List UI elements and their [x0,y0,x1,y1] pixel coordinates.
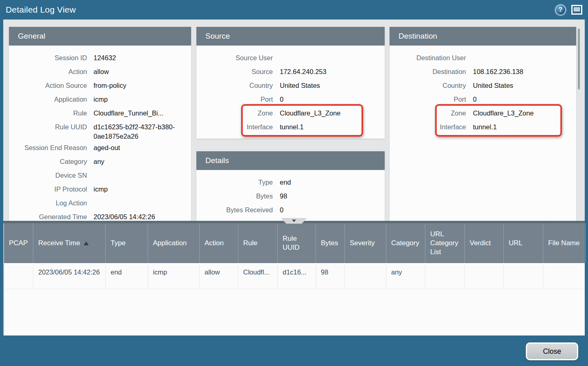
column-header-file-name[interactable]: File Name [543,223,586,263]
column-header-url-category-list[interactable]: URL Category List [425,223,465,263]
panel-table-splitter[interactable] [3,221,585,223]
field-value: icmp [94,185,191,194]
log-cell-bytes: 98 [316,264,345,289]
field-label: Device SN [9,171,94,180]
field-value: 98 [280,192,385,201]
sort-ascending-icon [84,242,89,245]
log-cell-url [504,264,543,289]
field-label: Session ID [9,53,94,63]
detailed-log-view-dialog: { "window": { "title": "Detailed Log Vie… [0,0,588,366]
field-row-ip-protocol: IP Protocolicmp [9,183,191,196]
field-value: tunnel.1 [280,122,385,132]
field-value: from-policy [94,81,191,90]
field-value: 0 [473,95,576,104]
field-label: Source User [196,53,280,63]
field-value: icmp [94,95,191,104]
window-popout-icon[interactable] [571,5,582,15]
field-label: Bytes [196,192,280,201]
field-label: Bytes Received [196,205,280,215]
field-row-source-user: Source User [196,51,385,65]
field-row-port: Port0 [390,93,576,107]
column-header-verdict[interactable]: Verdict [465,223,504,263]
field-row-country: CountryUnited States [390,79,576,93]
column-header-pcap[interactable]: PCAP [4,223,33,263]
general-panel-header: General [9,27,191,46]
destination-panel-header: Destination [390,27,576,46]
log-cell-file-name [543,264,585,289]
field-value: d1c16235-b2f2-4327-b380-0ae1875e2a26 [94,122,191,141]
field-value: allow [94,67,191,76]
field-value: United States [473,81,576,90]
log-table-header-row: PCAPReceive TimeTypeApplicationActionRul… [3,223,585,263]
column-header-label: URL Category List [430,230,460,257]
field-label: Generated Time [9,212,94,221]
field-row-device-sn: Device SN [9,169,191,183]
column-header-label: URL [509,239,523,248]
source-panel-header: Source [196,27,385,46]
field-row-bytes-received: Bytes Received0 [196,203,385,217]
field-label: Log Action [9,198,94,208]
field-row-destination-user: Destination User [390,51,576,65]
log-cell-receive-time: 2023/06/05 14:42:26 [33,264,106,289]
column-header-url[interactable]: URL [504,223,543,263]
field-row-zone: ZoneCloudflare_L3_Zone [196,107,385,120]
field-row-zone: ZoneCloudflare_L3_Zone [390,107,576,120]
column-header-rule-uuid[interactable]: Rule UUID [278,223,316,263]
column-header-severity[interactable]: Severity [345,223,386,263]
column-header-application[interactable]: Application [148,223,200,263]
field-value: any [94,157,191,166]
field-label: Destination [390,67,473,76]
field-row-bytes: Bytes98 [196,190,385,203]
column-header-label: Application [153,239,187,248]
column-header-label: Rule UUID [283,234,311,252]
panels-scrollbar-thumb[interactable] [578,28,580,89]
log-cell-verdict [465,264,504,289]
details-panel-body: TypeendBytes98Bytes Received0 [196,170,385,221]
column-header-receive-time[interactable]: Receive Time [33,223,106,263]
field-label: Port [390,95,473,104]
field-value: Cloudflare_L3_Zone [473,109,576,118]
field-label: Rule [9,109,94,118]
field-row-type: Typeend [196,176,385,190]
column-header-action[interactable]: Action [200,223,238,263]
column-header-rule[interactable]: Rule [238,223,278,263]
log-detail-panels-area: General Session ID124632ActionallowActio… [3,20,585,221]
field-value: aged-out [94,143,191,152]
column-header-bytes[interactable]: Bytes [316,223,345,263]
column-header-label: Receive Time [38,239,80,248]
splitter-collapse-handle[interactable] [281,218,307,224]
log-cell-pcap [4,264,33,289]
column-header-label: Action [205,239,224,248]
destination-panel: Destination Destination UserDestination1… [390,27,576,221]
window-popout-icon-inner [574,7,580,11]
field-row-destination: Destination108.162.236.138 [390,65,576,79]
log-cell-url-category-list [425,264,465,289]
field-row-generated-time: Generated Time2023/06/05 14:42:26 [9,210,191,221]
field-value: 124632 [94,53,191,63]
field-label: Application [9,95,94,104]
field-row-log-action: Log Action [9,196,191,210]
dialog-content: General Session ID124632ActionallowActio… [3,20,585,336]
chevron-down-icon [292,220,296,222]
dialog-titlebar: Detailed Log View ? [0,0,588,20]
field-label: Session End Reason [9,143,94,152]
column-header-category[interactable]: Category [386,223,425,263]
log-cell-type: end [106,264,148,289]
column-header-type[interactable]: Type [106,223,148,263]
field-label: Port [196,95,280,104]
field-row-interface: Interfacetunnel.1 [390,120,576,134]
log-table-row[interactable]: 2023/06/05 14:42:26endicmpallowCloudfl..… [4,264,585,289]
details-panel: Details TypeendBytes98Bytes Received0 [196,151,385,221]
field-row-rule-uuid: Rule UUIDd1c16235-b2f2-4327-b380-0ae1875… [9,120,191,141]
close-button[interactable]: Close [526,342,578,360]
field-row-source: Source172.64.240.253 [196,65,385,79]
field-row-session-end-reason: Session End Reasonaged-out [9,141,191,155]
column-header-label: File Name [548,239,579,248]
field-label: Source [196,67,280,76]
log-table-body: 2023/06/05 14:42:26endicmpallowCloudfl..… [3,263,585,336]
field-label: Interface [196,122,280,132]
help-icon[interactable]: ? [555,4,566,15]
field-value: 108.162.236.138 [473,67,576,76]
field-label: Destination User [390,53,473,63]
log-cell-rule-uuid: d1c16... [278,264,316,289]
